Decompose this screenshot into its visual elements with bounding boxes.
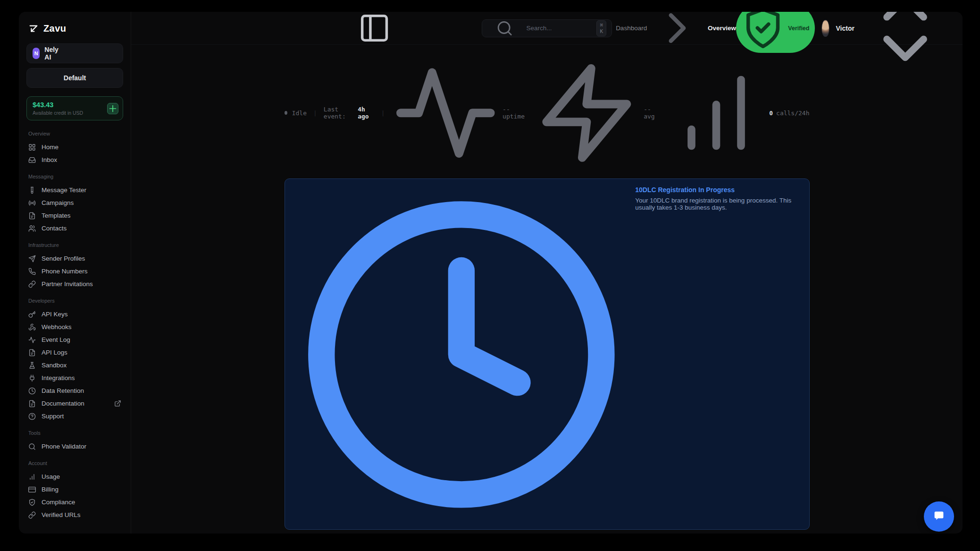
nav-section-title: Overview	[28, 131, 121, 136]
workspace-selector[interactable]: N Nely AI	[26, 43, 123, 63]
main-area: Dashboard Overview ⌘ K Verified Victor	[131, 12, 963, 534]
banner-title: 10DLC Registration In Progress	[635, 186, 800, 194]
help-icon	[28, 413, 36, 420]
app-window: Zavu N Nely AI Default $43.43 Available …	[19, 12, 963, 534]
user-avatar[interactable]	[821, 20, 829, 37]
sidebar-item-data-retention[interactable]: Data Retention	[26, 384, 123, 397]
sidebar-item-label: Usage	[42, 473, 60, 480]
nav-section: ToolsPhone Validator	[26, 430, 123, 453]
sidebar-item-usage[interactable]: Usage	[26, 470, 123, 483]
activity-icon	[28, 336, 36, 344]
chat-bubble-icon	[932, 509, 946, 524]
calls-stat: 0 calls/24h	[667, 63, 809, 162]
topbar: Dashboard Overview ⌘ K Verified Victor	[131, 12, 963, 45]
credit-amount: $43.43	[33, 101, 117, 109]
sidebar-item-home[interactable]: Home	[26, 141, 123, 153]
bar-chart-icon	[667, 63, 766, 162]
last-event: Last event: 4h ago	[324, 106, 375, 120]
project-selector[interactable]: Default	[26, 68, 123, 88]
nav-section: MessagingMessage TesterCampaignsTemplate…	[26, 174, 123, 235]
file-icon	[28, 400, 36, 407]
test-tube-icon	[28, 186, 36, 194]
sidebar-item-label: Inbox	[42, 156, 57, 163]
sidebar-item-label: Integrations	[42, 374, 75, 381]
sidebar-item-api-logs[interactable]: API Logs	[26, 346, 123, 359]
phone-icon	[28, 268, 36, 275]
sidebar-item-verified-urls[interactable]: Verified URLs	[26, 509, 123, 521]
sidebar-item-label: Contacts	[42, 225, 67, 232]
avg-value: -- avg	[644, 106, 662, 120]
nav-section-title: Tools	[28, 430, 121, 436]
add-credit-button[interactable]	[107, 103, 118, 114]
sidebar-item-integrations[interactable]: Integrations	[26, 372, 123, 384]
sidebar-item-phone-numbers[interactable]: Phone Numbers	[26, 265, 123, 278]
zavu-logo-icon	[28, 24, 39, 34]
nav-section: OverviewHomeInbox	[26, 131, 123, 166]
credit-label: Available credit in USD	[33, 110, 117, 116]
inbox-icon	[28, 156, 36, 164]
calls-value: 0	[769, 110, 773, 117]
send-icon	[28, 255, 36, 263]
project-name: Default	[64, 74, 86, 82]
sidebar-item-templates[interactable]: Templates	[26, 209, 123, 222]
user-name: Victor	[836, 25, 854, 32]
sidebar-item-label: Documentation	[42, 400, 84, 407]
chat-widget-button[interactable]	[924, 501, 954, 532]
sidebar-item-label: Billing	[42, 486, 59, 493]
sidebar-item-billing[interactable]: Billing	[26, 483, 123, 496]
breadcrumb-dashboard[interactable]: Dashboard	[616, 25, 647, 32]
content-scroll-area: Idle | Last event: 4h ago | -- uptime --…	[131, 45, 963, 534]
sidebar-item-campaigns[interactable]: Campaigns	[26, 196, 123, 209]
file-icon	[28, 212, 36, 220]
sidebar-item-label: Compliance	[42, 499, 75, 506]
credit-card-icon	[28, 486, 36, 493]
sidebar-item-label: Event Log	[42, 336, 70, 343]
sidebar-item-label: Sender Profiles	[42, 255, 85, 262]
sidebar-item-phone-validator[interactable]: Phone Validator	[26, 440, 123, 453]
last-event-label: Last event:	[324, 106, 354, 120]
sidebar-item-label: Sandbox	[42, 362, 67, 369]
workspace-name: Nely AI	[44, 46, 59, 61]
sidebar-item-inbox[interactable]: Inbox	[26, 153, 123, 166]
nav-section-title: Messaging	[28, 174, 121, 179]
bar-chart-icon	[28, 473, 36, 481]
verified-badge: Verified	[736, 12, 815, 53]
divider: |	[381, 110, 385, 117]
sidebar-item-message-tester[interactable]: Message Tester	[26, 184, 123, 196]
sidebar-item-api-keys[interactable]: API Keys	[26, 308, 123, 321]
brand-name: Zavu	[43, 23, 66, 34]
sidebar-item-sender-profiles[interactable]: Sender Profiles	[26, 252, 123, 265]
search-icon	[487, 20, 522, 37]
uptime-value: -- uptime	[503, 106, 528, 120]
sidebar-item-label: Partner Invitations	[42, 280, 93, 288]
sidebar-item-compliance[interactable]: Compliance	[26, 496, 123, 509]
nav-section: InfrastructureSender ProfilesPhone Numbe…	[26, 242, 123, 290]
sidebar-item-contacts[interactable]: Contacts	[26, 222, 123, 235]
sidebar-item-webhooks[interactable]: Webhooks	[26, 321, 123, 333]
topbar-right: Verified Victor	[736, 12, 949, 72]
sidebar-item-documentation[interactable]: Documentation	[26, 397, 123, 410]
breadcrumb-current: Overview	[708, 25, 736, 32]
status-state: Idle	[292, 110, 307, 117]
users-icon	[28, 225, 36, 232]
broadcast-icon	[28, 199, 36, 207]
brand-logo[interactable]: Zavu	[28, 23, 121, 34]
clock-icon	[293, 186, 629, 523]
sidebar-item-partner-invitations[interactable]: Partner Invitations	[26, 278, 123, 290]
search-input[interactable]	[526, 25, 592, 32]
user-menu-chevron-icon[interactable]	[861, 12, 949, 72]
sidebar-item-label: Phone Validator	[42, 443, 86, 450]
uptime-stat: -- uptime	[392, 59, 529, 167]
credit-balance-card: $43.43 Available credit in USD	[26, 96, 123, 120]
link-icon	[28, 280, 36, 288]
sidebar-item-sandbox[interactable]: Sandbox	[26, 359, 123, 372]
sidebar-item-support[interactable]: Support	[26, 410, 123, 423]
grid-icon	[28, 144, 36, 151]
sidebar-nav: OverviewHomeInboxMessagingMessage Tester…	[26, 123, 123, 525]
sidebar-item-event-log[interactable]: Event Log	[26, 333, 123, 346]
search-box[interactable]: ⌘ K	[482, 19, 612, 37]
sidebar-item-label: Templates	[42, 212, 71, 219]
shield-icon	[28, 499, 36, 506]
sidebar-item-label: Home	[42, 144, 59, 151]
avg-stat: -- avg	[533, 59, 662, 167]
